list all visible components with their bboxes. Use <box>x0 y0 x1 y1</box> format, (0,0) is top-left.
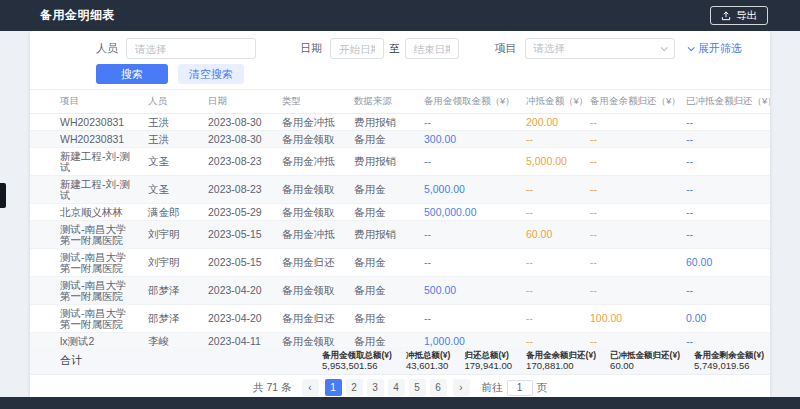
summary-item-label: 备用金剩余金额(¥) <box>694 350 764 360</box>
clear-search-button[interactable]: 清空搜索 <box>178 64 244 84</box>
expand-filter-link[interactable]: 展开筛选 <box>688 41 742 56</box>
page-button-2[interactable]: 2 <box>346 379 363 396</box>
export-button[interactable]: 导出 <box>710 6 768 25</box>
table-cell: 测试-南昌大学第一附属医院 <box>30 277 142 305</box>
table-cell: -- <box>520 131 584 148</box>
table-cell: 1,000.00 <box>418 333 520 348</box>
date-filter-label: 日期 <box>300 41 322 56</box>
table-cell: 备用金 <box>348 277 418 305</box>
action-bar: 搜索 清空搜索 <box>30 59 770 89</box>
date-end-input[interactable] <box>405 38 459 59</box>
table-cell: 2023-08-23 <box>202 148 276 176</box>
column-header: 类型 <box>276 90 348 114</box>
table-header-row: 项目人员日期类型数据来源备用金领取金额（¥）冲抵金额（¥）备用金余额归还（¥）已… <box>30 90 770 114</box>
table-cell: 2023-08-23 <box>202 176 276 204</box>
page-button-4[interactable]: 4 <box>388 379 405 396</box>
person-filter-input[interactable] <box>126 38 256 59</box>
filter-bar: 人员 日期 至 项目 请选择 展开筛选 <box>30 31 770 59</box>
table-cell: 2023-05-29 <box>202 204 276 221</box>
page-button-5[interactable]: 5 <box>409 379 426 396</box>
table-cell: -- <box>584 249 680 277</box>
table-cell: 200.00 <box>520 114 584 131</box>
page-button-3[interactable]: 3 <box>367 379 384 396</box>
table-cell: 100.00 <box>584 305 680 333</box>
table-cell: 2023-05-15 <box>202 221 276 249</box>
table-row: 新建工程-刘-测试文圣2023-08-23备用金领取备用金5,000.00---… <box>30 176 770 204</box>
table-cell: -- <box>520 305 584 333</box>
column-header: 已冲抵金额归还（¥） <box>680 90 770 114</box>
summary-item: 备用金剩余金额(¥)5,749,019.56 <box>694 350 764 371</box>
table-cell: -- <box>584 333 680 348</box>
table-cell: 文圣 <box>142 176 202 204</box>
table-cell: 2023-08-30 <box>202 114 276 131</box>
summary-item-value: 43,601.30 <box>406 360 450 371</box>
table-cell: 2023-04-20 <box>202 305 276 333</box>
bottom-chrome-bar <box>0 397 800 409</box>
table-row: WH20230831王洪2023-08-30备用金领取备用金300.00----… <box>30 131 770 148</box>
summary-item: 冲抵总额(¥)43,601.30 <box>406 350 450 371</box>
table-cell: -- <box>680 277 770 305</box>
goto-page-prefix: 前往 <box>482 381 503 395</box>
table-cell: 备用金领取 <box>276 277 348 305</box>
summary-item-label: 备用金余额归还(¥) <box>526 350 596 360</box>
table-cell: 备用金 <box>348 176 418 204</box>
table-cell: 2023-05-15 <box>202 249 276 277</box>
project-filter-select[interactable]: 请选择 <box>525 38 675 59</box>
table-cell: -- <box>584 221 680 249</box>
person-filter-label: 人员 <box>96 41 118 56</box>
summary-item: 归还总额(¥)179,941.00 <box>464 350 512 371</box>
table-cell: -- <box>584 277 680 305</box>
table-cell: -- <box>584 204 680 221</box>
table-cell: 北京顺义林林 <box>30 204 142 221</box>
column-header: 备用金余额归还（¥） <box>584 90 680 114</box>
summary-item-label: 已冲抵金额归还(¥) <box>610 350 680 360</box>
table-cell: 备用金 <box>348 305 418 333</box>
table-cell: WH20230831 <box>30 114 142 131</box>
table-cell: 新建工程-刘-测试 <box>30 176 142 204</box>
summary-items: 备用金领取总额(¥)5,953,501.56冲抵总额(¥)43,601.30归还… <box>322 350 770 371</box>
goto-page-input[interactable] <box>507 380 533 396</box>
table-cell: 5,000.00 <box>520 148 584 176</box>
table-cell: 备用金领取 <box>276 204 348 221</box>
summary-item: 已冲抵金额归还(¥)60.00 <box>610 350 680 371</box>
table-cell: 2023-04-20 <box>202 277 276 305</box>
table-cell: 备用金冲抵 <box>276 114 348 131</box>
table-cell: -- <box>680 114 770 131</box>
summary-item-label: 冲抵总额(¥) <box>406 350 450 360</box>
expand-filter-label: 展开筛选 <box>698 41 742 56</box>
data-table: 项目人员日期类型数据来源备用金领取金额（¥）冲抵金额（¥）备用金余额归还（¥）已… <box>30 89 770 347</box>
table-cell: -- <box>680 333 770 348</box>
table-cell: -- <box>418 114 520 131</box>
date-start-input[interactable] <box>330 38 384 59</box>
summary-item-label: 归还总额(¥) <box>464 350 512 360</box>
table-cell: 费用报销 <box>348 221 418 249</box>
prev-page-button[interactable]: ‹ <box>302 379 319 396</box>
table-cell: 备用金 <box>348 131 418 148</box>
table-cell: 备用金归还 <box>276 305 348 333</box>
table-cell: 测试-南昌大学第一附属医院 <box>30 249 142 277</box>
table-cell: 费用报销 <box>348 148 418 176</box>
column-header: 冲抵金额（¥） <box>520 90 584 114</box>
table-cell: 2023-08-30 <box>202 131 276 148</box>
table-cell: 刘宇明 <box>142 249 202 277</box>
table-cell: -- <box>418 148 520 176</box>
next-page-button[interactable]: › <box>453 379 470 396</box>
table-cell: 300.00 <box>418 131 520 148</box>
table-cell: 刘宇明 <box>142 221 202 249</box>
sidebar-collapse-handle[interactable] <box>0 183 6 208</box>
table-row: 测试-南昌大学第一附属医院邵梦泽2023-04-20备用金归还备用金----10… <box>30 305 770 333</box>
page-title: 备用金明细表 <box>40 7 115 24</box>
screen: 备用金明细表 导出 人员 日期 至 项目 请选择 <box>0 0 800 409</box>
table-cell: 李峻 <box>142 333 202 348</box>
table-cell: 备用金 <box>348 333 418 348</box>
table-cell: 0.00 <box>680 305 770 333</box>
search-button[interactable]: 搜索 <box>96 64 168 84</box>
page-button-1[interactable]: 1 <box>325 379 342 396</box>
table-cell: 费用报销 <box>348 114 418 131</box>
table-cell: -- <box>418 249 520 277</box>
page-button-6[interactable]: 6 <box>430 379 447 396</box>
table-row: 测试-南昌大学第一附属医院刘宇明2023-05-15备用金归还备用金------… <box>30 249 770 277</box>
pagination-total-text: 共 71 条 <box>253 381 292 395</box>
project-filter-label: 项目 <box>495 41 517 56</box>
table-cell: -- <box>584 176 680 204</box>
